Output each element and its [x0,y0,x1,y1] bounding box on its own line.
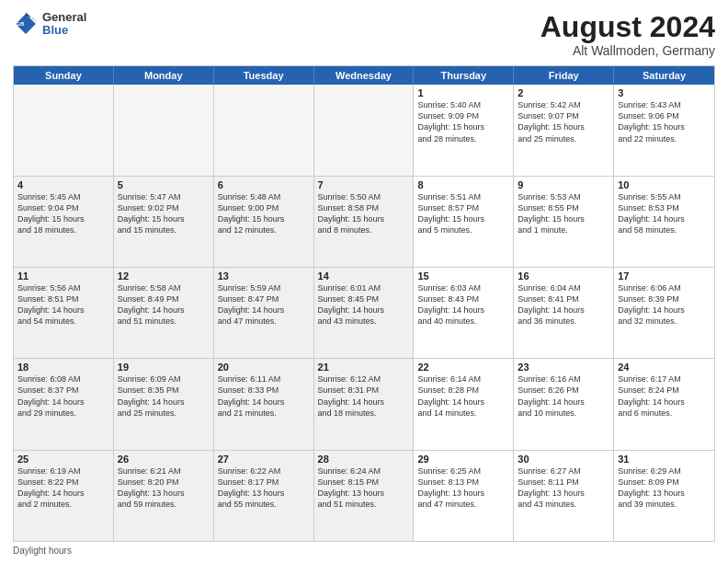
cell-daylight-info: Sunrise: 6:08 AM Sunset: 8:37 PM Dayligh… [17,373,109,419]
calendar-title: August 2024 [540,11,715,43]
day-header-wednesday: Wednesday [314,66,415,85]
day-number: 4 [17,179,109,190]
cell-daylight-info: Sunrise: 5:56 AM Sunset: 8:51 PM Dayligh… [17,282,109,327]
day-number: 3 [618,87,711,98]
day-number: 30 [518,454,609,465]
day-number: 8 [417,179,509,190]
cal-cell-4: 4Sunrise: 5:45 AM Sunset: 9:04 PM Daylig… [14,177,114,267]
cal-cell-empty-0-1 [114,85,214,175]
calendar-subtitle: Alt Wallmoden, Germany [540,43,715,58]
svg-text:GB: GB [16,20,25,27]
cal-cell-9: 9Sunrise: 5:53 AM Sunset: 8:55 PM Daylig… [514,177,614,267]
day-header-sunday: Sunday [14,66,114,85]
calendar-row-0: 1Sunrise: 5:40 AM Sunset: 9:09 PM Daylig… [14,85,714,175]
cell-daylight-info: Sunrise: 6:27 AM Sunset: 8:11 PM Dayligh… [518,465,609,511]
day-number: 16 [518,270,609,282]
calendar: SundayMondayTuesdayWednesdayThursdayFrid… [13,65,715,542]
cell-daylight-info: Sunrise: 6:03 AM Sunset: 8:43 PM Dayligh… [417,282,509,327]
day-number: 27 [218,454,310,465]
day-number: 19 [118,362,210,373]
cal-cell-5: 5Sunrise: 5:47 AM Sunset: 9:02 PM Daylig… [114,177,214,267]
cell-daylight-info: Sunrise: 5:48 AM Sunset: 9:00 PM Dayligh… [218,191,310,236]
day-number: 28 [318,454,410,465]
cal-cell-empty-0-0 [14,85,114,175]
cell-daylight-info: Sunrise: 5:59 AM Sunset: 8:47 PM Dayligh… [218,282,310,327]
footer: Daylight hours [13,546,715,556]
cal-cell-29: 29Sunrise: 6:25 AM Sunset: 8:13 PM Dayli… [414,451,514,541]
cal-cell-28: 28Sunrise: 6:24 AM Sunset: 8:15 PM Dayli… [314,451,415,541]
day-header-tuesday: Tuesday [214,66,314,85]
logo-blue-text: Blue [42,24,86,37]
cal-cell-24: 24Sunrise: 6:17 AM Sunset: 8:24 PM Dayli… [614,359,714,449]
cal-cell-30: 30Sunrise: 6:27 AM Sunset: 8:11 PM Dayli… [514,451,614,541]
cell-daylight-info: Sunrise: 5:55 AM Sunset: 8:53 PM Dayligh… [618,191,711,236]
day-number: 7 [318,179,410,190]
day-header-friday: Friday [514,66,614,85]
cal-cell-1: 1Sunrise: 5:40 AM Sunset: 9:09 PM Daylig… [414,85,514,175]
cal-cell-19: 19Sunrise: 6:09 AM Sunset: 8:35 PM Dayli… [114,359,214,449]
cell-daylight-info: Sunrise: 6:25 AM Sunset: 8:13 PM Dayligh… [417,465,509,511]
day-number: 31 [618,454,711,465]
cell-daylight-info: Sunrise: 6:29 AM Sunset: 8:09 PM Dayligh… [618,465,711,511]
cal-cell-empty-0-2 [214,85,314,175]
cal-cell-10: 10Sunrise: 5:55 AM Sunset: 8:53 PM Dayli… [614,177,714,267]
cal-cell-23: 23Sunrise: 6:16 AM Sunset: 8:26 PM Dayli… [514,359,614,449]
cell-daylight-info: Sunrise: 5:40 AM Sunset: 9:09 PM Dayligh… [417,99,509,144]
cal-cell-empty-0-3 [314,85,415,175]
cell-daylight-info: Sunrise: 6:16 AM Sunset: 8:26 PM Dayligh… [518,373,609,419]
day-number: 26 [118,454,210,465]
cell-daylight-info: Sunrise: 5:50 AM Sunset: 8:58 PM Dayligh… [318,191,410,236]
cal-cell-18: 18Sunrise: 6:08 AM Sunset: 8:37 PM Dayli… [14,359,114,449]
day-number: 21 [318,362,410,373]
header: GB General Blue August 2024 Alt Wallmode… [13,11,715,58]
cell-daylight-info: Sunrise: 6:24 AM Sunset: 8:15 PM Dayligh… [318,465,410,511]
cell-daylight-info: Sunrise: 5:45 AM Sunset: 9:04 PM Dayligh… [17,191,109,236]
cal-cell-3: 3Sunrise: 5:43 AM Sunset: 9:06 PM Daylig… [614,85,714,175]
day-number: 11 [17,270,109,282]
day-number: 15 [417,270,509,282]
day-number: 6 [218,179,310,190]
logo-text: General Blue [42,11,86,38]
day-number: 17 [618,270,711,282]
cell-daylight-info: Sunrise: 6:06 AM Sunset: 8:39 PM Dayligh… [618,282,711,327]
day-number: 20 [218,362,310,373]
calendar-body: 1Sunrise: 5:40 AM Sunset: 9:09 PM Daylig… [14,85,714,541]
day-number: 13 [218,270,310,282]
cal-cell-25: 25Sunrise: 6:19 AM Sunset: 8:22 PM Dayli… [14,451,114,541]
cell-daylight-info: Sunrise: 6:09 AM Sunset: 8:35 PM Dayligh… [118,373,210,419]
cal-cell-26: 26Sunrise: 6:21 AM Sunset: 8:20 PM Dayli… [114,451,214,541]
day-number: 12 [118,270,210,282]
cal-cell-11: 11Sunrise: 5:56 AM Sunset: 8:51 PM Dayli… [14,268,114,358]
cell-daylight-info: Sunrise: 5:58 AM Sunset: 8:49 PM Dayligh… [118,282,210,327]
cal-cell-22: 22Sunrise: 6:14 AM Sunset: 8:28 PM Dayli… [414,359,514,449]
cal-cell-2: 2Sunrise: 5:42 AM Sunset: 9:07 PM Daylig… [514,85,614,175]
day-number: 18 [17,362,109,373]
day-number: 25 [17,454,109,465]
cal-cell-17: 17Sunrise: 6:06 AM Sunset: 8:39 PM Dayli… [614,268,714,358]
day-header-saturday: Saturday [614,66,714,85]
cal-cell-27: 27Sunrise: 6:22 AM Sunset: 8:17 PM Dayli… [214,451,314,541]
cal-cell-21: 21Sunrise: 6:12 AM Sunset: 8:31 PM Dayli… [314,359,415,449]
day-number: 23 [518,362,609,373]
calendar-row-3: 18Sunrise: 6:08 AM Sunset: 8:37 PM Dayli… [14,358,714,449]
cell-daylight-info: Sunrise: 6:12 AM Sunset: 8:31 PM Dayligh… [318,373,410,419]
calendar-row-2: 11Sunrise: 5:56 AM Sunset: 8:51 PM Dayli… [14,267,714,358]
cell-daylight-info: Sunrise: 5:43 AM Sunset: 9:06 PM Dayligh… [618,99,711,144]
cell-daylight-info: Sunrise: 5:42 AM Sunset: 9:07 PM Dayligh… [518,99,609,144]
cell-daylight-info: Sunrise: 6:21 AM Sunset: 8:20 PM Dayligh… [118,465,210,511]
cell-daylight-info: Sunrise: 6:04 AM Sunset: 8:41 PM Dayligh… [518,282,609,327]
day-number: 14 [318,270,410,282]
page: GB General Blue August 2024 Alt Wallmode… [0,0,728,563]
day-number: 24 [618,362,711,373]
cell-daylight-info: Sunrise: 6:22 AM Sunset: 8:17 PM Dayligh… [218,465,310,511]
day-number: 9 [518,179,609,190]
logo: GB General Blue [13,11,86,38]
cal-cell-8: 8Sunrise: 5:51 AM Sunset: 8:57 PM Daylig… [414,177,514,267]
calendar-row-1: 4Sunrise: 5:45 AM Sunset: 9:04 PM Daylig… [14,176,714,267]
cell-daylight-info: Sunrise: 6:14 AM Sunset: 8:28 PM Dayligh… [417,373,509,419]
cell-daylight-info: Sunrise: 6:19 AM Sunset: 8:22 PM Dayligh… [17,465,109,511]
cell-daylight-info: Sunrise: 6:11 AM Sunset: 8:33 PM Dayligh… [218,373,310,419]
cal-cell-13: 13Sunrise: 5:59 AM Sunset: 8:47 PM Dayli… [214,268,314,358]
title-block: August 2024 Alt Wallmoden, Germany [540,11,715,58]
logo-general: General [42,11,86,24]
